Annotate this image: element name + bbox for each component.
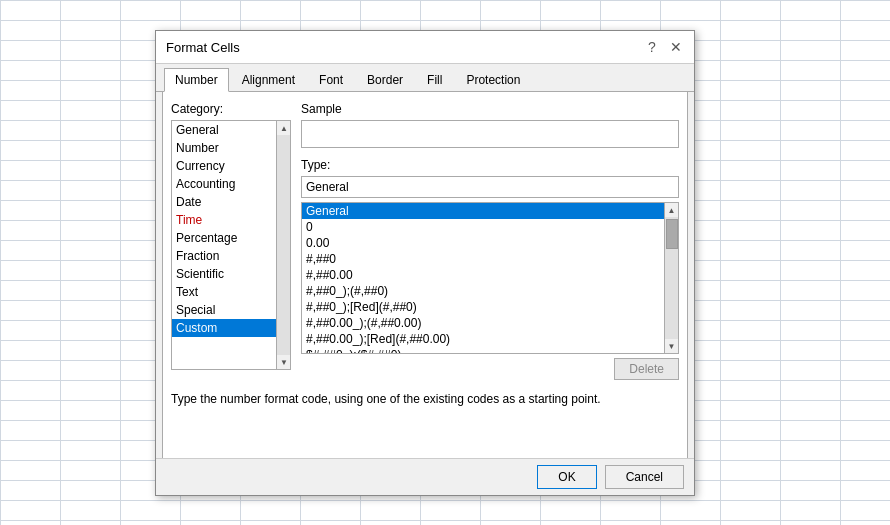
main-area: Category: General Number Currency Accoun… bbox=[171, 102, 679, 380]
spreadsheet-background: Format Cells ? ✕ Number Alignment Font B… bbox=[0, 0, 890, 525]
list-item[interactable]: Number bbox=[172, 139, 276, 157]
cancel-button[interactable]: Cancel bbox=[605, 465, 684, 489]
list-item[interactable]: Special bbox=[172, 301, 276, 319]
format-item[interactable]: #,##0_);[Red](#,##0) bbox=[302, 299, 664, 315]
format-item[interactable]: $#,##0_);($#,##0) bbox=[302, 347, 664, 353]
format-cells-dialog: Format Cells ? ✕ Number Alignment Font B… bbox=[155, 30, 695, 496]
format-item[interactable]: 0 bbox=[302, 219, 664, 235]
list-item[interactable]: Currency bbox=[172, 157, 276, 175]
sample-label: Sample bbox=[301, 102, 679, 116]
format-scroll-track bbox=[665, 217, 678, 339]
format-scrollbar: ▲ ▼ bbox=[664, 203, 678, 353]
scroll-up-arrow[interactable]: ▲ bbox=[277, 121, 291, 135]
format-item[interactable]: 0.00 bbox=[302, 235, 664, 251]
list-item[interactable]: Text bbox=[172, 283, 276, 301]
format-item[interactable]: General bbox=[302, 203, 664, 219]
title-bar: Format Cells ? ✕ bbox=[156, 31, 694, 64]
category-label: Category: bbox=[171, 102, 291, 116]
close-button[interactable]: ✕ bbox=[668, 39, 684, 55]
format-item[interactable]: #,##0 bbox=[302, 251, 664, 267]
list-item[interactable]: General bbox=[172, 121, 276, 139]
scroll-down-arrow[interactable]: ▼ bbox=[277, 355, 291, 369]
format-scroll-up[interactable]: ▲ bbox=[665, 203, 679, 217]
tab-alignment[interactable]: Alignment bbox=[231, 68, 306, 91]
list-item[interactable]: Percentage bbox=[172, 229, 276, 247]
format-item[interactable]: #,##0.00_);[Red](#,##0.00) bbox=[302, 331, 664, 347]
format-item[interactable]: #,##0.00_);(#,##0.00) bbox=[302, 315, 664, 331]
title-controls: ? ✕ bbox=[644, 39, 684, 55]
right-panel: Sample Type: General 0 0.00 #,##0 #,##0.… bbox=[301, 102, 679, 380]
category-list-container: General Number Currency Accounting Date … bbox=[171, 120, 291, 370]
tab-fill[interactable]: Fill bbox=[416, 68, 453, 91]
list-item[interactable]: Scientific bbox=[172, 265, 276, 283]
dialog-footer: OK Cancel bbox=[156, 458, 694, 495]
format-item[interactable]: #,##0_);(#,##0) bbox=[302, 283, 664, 299]
format-scroll-down[interactable]: ▼ bbox=[665, 339, 679, 353]
category-list: General Number Currency Accounting Date … bbox=[172, 121, 276, 369]
category-scrollbar: ▲ ▼ bbox=[276, 121, 290, 369]
type-label: Type: bbox=[301, 158, 679, 172]
list-item-custom[interactable]: Custom bbox=[172, 319, 276, 337]
list-item[interactable]: Date bbox=[172, 193, 276, 211]
format-list-container: General 0 0.00 #,##0 #,##0.00 #,##0_);(#… bbox=[301, 202, 679, 354]
type-input[interactable] bbox=[301, 176, 679, 198]
tab-protection[interactable]: Protection bbox=[455, 68, 531, 91]
format-scroll-thumb[interactable] bbox=[666, 219, 678, 249]
tab-number[interactable]: Number bbox=[164, 68, 229, 92]
dialog-title: Format Cells bbox=[166, 40, 240, 55]
help-button[interactable]: ? bbox=[644, 39, 660, 55]
sample-box bbox=[301, 120, 679, 148]
delete-button[interactable]: Delete bbox=[614, 358, 679, 380]
category-panel: Category: General Number Currency Accoun… bbox=[171, 102, 291, 380]
list-item[interactable]: Accounting bbox=[172, 175, 276, 193]
format-item[interactable]: #,##0.00 bbox=[302, 267, 664, 283]
tab-border[interactable]: Border bbox=[356, 68, 414, 91]
delete-row: Delete bbox=[301, 358, 679, 380]
list-item[interactable]: Time bbox=[172, 211, 276, 229]
description-text: Type the number format code, using one o… bbox=[171, 390, 679, 408]
format-list: General 0 0.00 #,##0 #,##0.00 #,##0_);(#… bbox=[302, 203, 664, 353]
tab-bar: Number Alignment Font Border Fill Protec… bbox=[156, 64, 694, 92]
ok-button[interactable]: OK bbox=[537, 465, 596, 489]
list-item[interactable]: Fraction bbox=[172, 247, 276, 265]
tab-font[interactable]: Font bbox=[308, 68, 354, 91]
